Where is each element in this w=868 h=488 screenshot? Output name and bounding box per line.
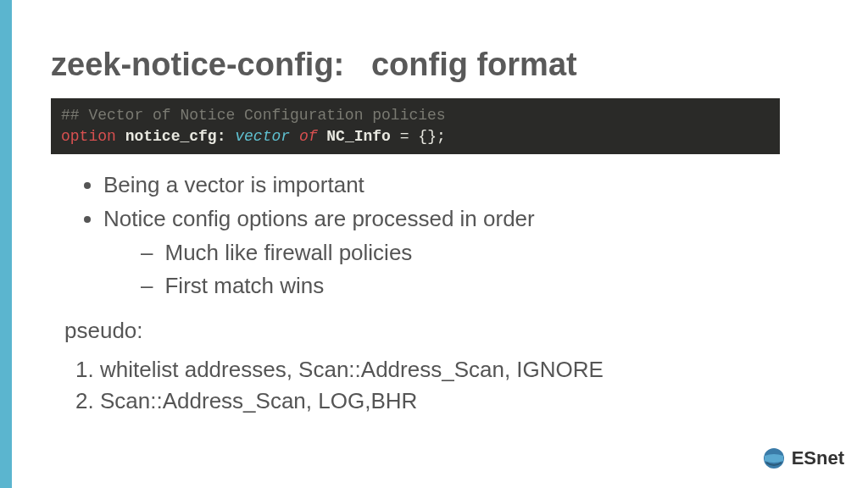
code-suffix: = {}; — [391, 128, 446, 145]
sub-list: Much like firewall policies First match … — [141, 237, 817, 302]
list-item: Much like firewall policies — [141, 237, 817, 269]
logo: ESnet — [763, 447, 844, 469]
numbered-list: whitelist addresses, Scan::Address_Scan,… — [100, 354, 817, 416]
slide-title: zeek-notice-config: config format — [51, 47, 817, 83]
list-item-text: Notice config options are processed in o… — [103, 206, 535, 231]
list-item: Notice config options are processed in o… — [103, 203, 817, 302]
logo-icon — [763, 447, 785, 469]
list-item: First match wins — [141, 270, 817, 302]
bullet-list: Being a vector is important Notice confi… — [103, 169, 817, 302]
code-keyword-vector: vector — [235, 128, 290, 145]
code-comment: ## Vector of Notice Configuration polici… — [61, 107, 446, 124]
list-item: whitelist addresses, Scan::Address_Scan,… — [100, 354, 817, 385]
logo-text: ESnet — [792, 447, 844, 469]
code-ident-name: notice_cfg: — [125, 128, 226, 145]
list-item: Being a vector is important — [103, 169, 817, 202]
slide-content: zeek-notice-config: config format ## Vec… — [0, 0, 868, 416]
code-keyword-option: option — [61, 128, 116, 145]
code-block: ## Vector of Notice Configuration polici… — [51, 98, 780, 154]
code-type: NC_Info — [326, 128, 391, 145]
list-item: Scan::Address_Scan, LOG,BHR — [100, 385, 817, 416]
accent-bar — [0, 0, 12, 488]
pseudo-label: pseudo: — [64, 318, 817, 344]
code-keyword-of: of — [299, 128, 318, 145]
